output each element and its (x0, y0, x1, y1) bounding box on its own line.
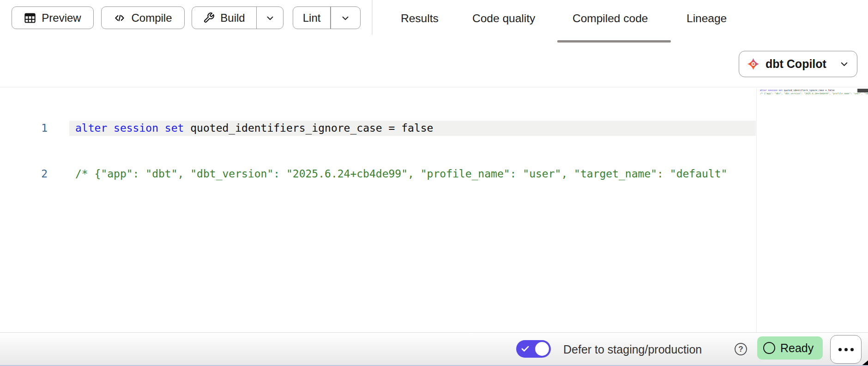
defer-toggle[interactable] (516, 340, 551, 358)
preview-button[interactable]: Preview (12, 6, 94, 29)
sql-plain: quoted_identifiers_ignore_case = false (184, 122, 433, 134)
tab-lineage[interactable]: Lineage (687, 12, 727, 25)
ellipsis-icon (838, 348, 842, 351)
line-number-gutter: 1 2 (12, 90, 48, 212)
lint-dropdown-button[interactable] (331, 7, 360, 29)
sql-comment: /* {"app": "dbt", "dbt_version": "2025.6… (75, 168, 727, 180)
build-dropdown-button[interactable] (257, 7, 283, 29)
dbt-copilot-label: dbt Copilot (766, 57, 833, 71)
more-options-button[interactable] (830, 335, 862, 364)
code-line-2: /* {"app": "dbt", "dbt_version": "2025.6… (69, 166, 756, 182)
lint-button-label: Lint (303, 12, 321, 24)
wrench-icon (203, 12, 215, 24)
dbt-copilot-button[interactable]: dbt Copilot (739, 51, 857, 77)
code-icon (114, 12, 126, 24)
tab-code-quality[interactable]: Code quality (472, 12, 535, 25)
status-circle-icon (763, 342, 775, 354)
dbt-ide-page: Preview Compile Build Lint (0, 0, 868, 366)
line-number: 1 (12, 121, 48, 136)
build-button[interactable]: Build (192, 7, 256, 29)
line-number: 2 (12, 166, 48, 182)
compile-button-label: Compile (131, 12, 172, 24)
preview-button-label: Preview (42, 12, 81, 24)
ready-label: Ready (780, 342, 814, 355)
editor-minimap[interactable]: alter session set quoted_identifiers_ign… (756, 88, 868, 332)
chevron-down-icon (839, 59, 850, 69)
code-content[interactable]: alter session set quoted_identifiers_ign… (69, 90, 756, 212)
check-icon (520, 344, 530, 354)
ellipsis-icon (850, 348, 854, 351)
table-icon (24, 12, 36, 24)
lint-split-button: Lint (293, 6, 361, 29)
sql-keyword: alter session set (75, 122, 184, 134)
dbt-logo-icon (747, 58, 760, 70)
toggle-knob (535, 342, 549, 356)
tab-compiled-code[interactable]: Compiled code (573, 12, 648, 25)
minimap-line-1: alter session set quoted_identifiers_ign… (757, 88, 868, 92)
status-bar: Defer to staging/production ? Ready (0, 332, 868, 366)
chevron-down-icon (340, 13, 350, 23)
build-button-label: Build (220, 12, 245, 24)
compiled-code-editor[interactable]: 1 2 alter session set quoted_identifiers… (0, 87, 868, 332)
active-tab-underline (557, 40, 671, 43)
minimap-line-2: /* {"app": "dbt", "dbt_version": "2025.6… (757, 92, 868, 96)
chevron-down-icon (265, 13, 275, 23)
minimap-scrollbar-thumb[interactable] (857, 89, 868, 92)
defer-label: Defer to staging/production (563, 343, 702, 356)
build-split-button: Build (192, 6, 283, 29)
tab-results[interactable]: Results (401, 12, 439, 25)
toolbar-separator (372, 0, 373, 35)
code-line-1: alter session set quoted_identifiers_ign… (69, 121, 756, 136)
help-icon[interactable]: ? (735, 343, 747, 355)
compile-button[interactable]: Compile (101, 6, 185, 29)
lint-button[interactable]: Lint (293, 7, 330, 29)
ready-status-badge: Ready (757, 336, 823, 360)
ellipsis-icon (844, 348, 848, 351)
